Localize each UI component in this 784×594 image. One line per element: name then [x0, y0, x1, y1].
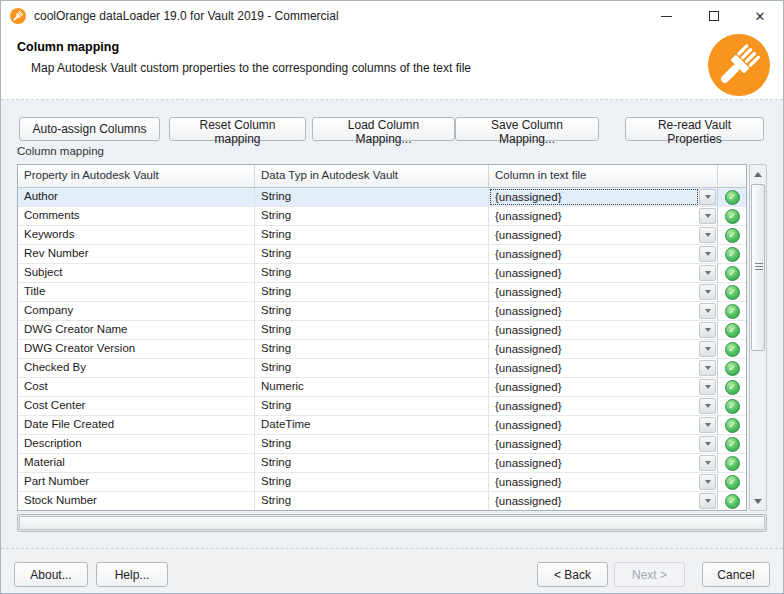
cell-column-combo[interactable]: {unassigned}	[489, 359, 718, 377]
cell-column-combo[interactable]: {unassigned}	[489, 435, 718, 453]
minimize-button[interactable]	[651, 1, 681, 31]
table-row[interactable]: MaterialString{unassigned}✓	[18, 454, 746, 473]
auto-assign-columns-button[interactable]: Auto-assign Columns	[19, 117, 160, 141]
table-row[interactable]: Rev NumberString{unassigned}✓	[18, 245, 746, 264]
combo-dropdown-button[interactable]	[699, 227, 716, 243]
cell-property: Description	[18, 435, 255, 453]
cell-column-combo[interactable]: {unassigned}	[489, 264, 718, 282]
vertical-scrollbar[interactable]	[749, 164, 767, 511]
cell-datatype: String	[255, 188, 489, 206]
combo-dropdown-button[interactable]	[699, 360, 716, 376]
combo-value: {unassigned}	[490, 265, 698, 281]
chevron-down-icon	[705, 271, 711, 275]
load-column-mapping-button[interactable]: Load Column Mapping...	[312, 117, 455, 141]
combo-dropdown-button[interactable]	[699, 246, 716, 262]
combo-dropdown-button[interactable]	[699, 379, 716, 395]
close-icon: ✕	[755, 10, 766, 23]
cell-datatype: String	[255, 397, 489, 415]
table-row[interactable]: DWG Creator VersionString{unassigned}✓	[18, 340, 746, 359]
cancel-button[interactable]: Cancel	[702, 562, 770, 587]
status-ok-icon: ✓	[725, 361, 740, 376]
reset-column-mapping-button[interactable]: Reset Column mapping	[169, 117, 306, 141]
status-ok-icon: ✓	[725, 266, 740, 281]
combo-dropdown-button[interactable]	[699, 208, 716, 224]
combo-dropdown-button[interactable]	[699, 417, 716, 433]
table-row[interactable]: Date File CreatedDateTime{unassigned}✓	[18, 416, 746, 435]
about-button[interactable]: About...	[14, 562, 88, 587]
table-row[interactable]: TitleString{unassigned}✓	[18, 283, 746, 302]
dialog-window: coolOrange dataLoader 19.0 for Vault 201…	[0, 0, 784, 594]
chevron-down-icon	[705, 195, 711, 199]
cell-column-combo[interactable]: {unassigned}	[489, 321, 718, 339]
save-column-mapping-button[interactable]: Save Column Mapping...	[455, 117, 599, 141]
status-ok-icon: ✓	[725, 380, 740, 395]
combo-dropdown-button[interactable]	[699, 436, 716, 452]
table-row[interactable]: SubjectString{unassigned}✓	[18, 264, 746, 283]
combo-dropdown-button[interactable]	[699, 284, 716, 300]
combo-dropdown-button[interactable]	[699, 189, 716, 205]
scroll-down-button[interactable]	[750, 493, 766, 509]
combo-value: {unassigned}	[490, 227, 698, 243]
chevron-down-icon	[705, 385, 711, 389]
cell-column-combo[interactable]: {unassigned}	[489, 416, 718, 434]
status-ok-icon: ✓	[725, 285, 740, 300]
table-row[interactable]: Checked ByString{unassigned}✓	[18, 359, 746, 378]
combo-value: {unassigned}	[490, 246, 698, 262]
chevron-down-icon	[705, 423, 711, 427]
back-button[interactable]: < Back	[537, 562, 608, 587]
combo-dropdown-button[interactable]	[699, 493, 716, 509]
cell-status: ✓	[718, 397, 746, 415]
chevron-down-icon	[705, 214, 711, 218]
cell-datatype: String	[255, 226, 489, 244]
table-row[interactable]: CompanyString{unassigned}✓	[18, 302, 746, 321]
cell-column-combo[interactable]: {unassigned}	[489, 207, 718, 225]
column-header-property[interactable]: Property in Autodesk Vault	[18, 165, 255, 187]
horizontal-scrollbar[interactable]	[17, 514, 767, 532]
cell-datatype: Numeric	[255, 378, 489, 396]
combo-dropdown-button[interactable]	[699, 303, 716, 319]
combo-dropdown-button[interactable]	[699, 455, 716, 471]
combo-dropdown-button[interactable]	[699, 322, 716, 338]
table-row[interactable]: KeywordsString{unassigned}✓	[18, 226, 746, 245]
combo-value: {unassigned}	[490, 284, 698, 300]
cell-column-combo[interactable]: {unassigned}	[489, 492, 718, 510]
table-row[interactable]: DescriptionString{unassigned}✓	[18, 435, 746, 454]
column-header-datatype[interactable]: Data Typ in Autodesk Vault	[255, 165, 489, 187]
maximize-button[interactable]	[699, 1, 729, 31]
table-row[interactable]: Cost CenterString{unassigned}✓	[18, 397, 746, 416]
combo-value: {unassigned}	[490, 398, 698, 414]
table-row[interactable]: Part NumberString{unassigned}✓	[18, 473, 746, 492]
table-row[interactable]: DWG Creator NameString{unassigned}✓	[18, 321, 746, 340]
combo-dropdown-button[interactable]	[699, 474, 716, 490]
help-button[interactable]: Help...	[96, 562, 168, 587]
table-row[interactable]: Stock NumberString{unassigned}✓	[18, 492, 746, 511]
cell-column-combo[interactable]: {unassigned}	[489, 378, 718, 396]
cell-column-combo[interactable]: {unassigned}	[489, 188, 718, 206]
chevron-down-icon	[705, 366, 711, 370]
cell-column-combo[interactable]: {unassigned}	[489, 226, 718, 244]
column-header-textfile[interactable]: Column in text file	[489, 165, 718, 187]
combo-dropdown-button[interactable]	[699, 265, 716, 281]
combo-dropdown-button[interactable]	[699, 398, 716, 414]
cell-status: ✓	[718, 359, 746, 377]
cell-column-combo[interactable]: {unassigned}	[489, 397, 718, 415]
cell-column-combo[interactable]: {unassigned}	[489, 245, 718, 263]
scroll-up-button[interactable]	[750, 166, 766, 182]
table-row[interactable]: AuthorString{unassigned}✓	[18, 188, 746, 207]
cell-column-combo[interactable]: {unassigned}	[489, 473, 718, 491]
reread-vault-properties-button[interactable]: Re-read Vault Properties	[625, 117, 764, 141]
chevron-down-icon	[705, 309, 711, 313]
cell-column-combo[interactable]: {unassigned}	[489, 302, 718, 320]
table-row[interactable]: CommentsString{unassigned}✓	[18, 207, 746, 226]
cell-datatype: String	[255, 245, 489, 263]
horizontal-scrollbar-thumb[interactable]	[19, 516, 765, 530]
triangle-up-icon	[754, 172, 762, 177]
cell-property: Date File Created	[18, 416, 255, 434]
cell-column-combo[interactable]: {unassigned}	[489, 454, 718, 472]
combo-dropdown-button[interactable]	[699, 341, 716, 357]
cell-column-combo[interactable]: {unassigned}	[489, 283, 718, 301]
cell-column-combo[interactable]: {unassigned}	[489, 340, 718, 358]
vertical-scrollbar-thumb[interactable]	[751, 184, 765, 351]
table-row[interactable]: CostNumeric{unassigned}✓	[18, 378, 746, 397]
close-button[interactable]: ✕	[745, 1, 775, 31]
